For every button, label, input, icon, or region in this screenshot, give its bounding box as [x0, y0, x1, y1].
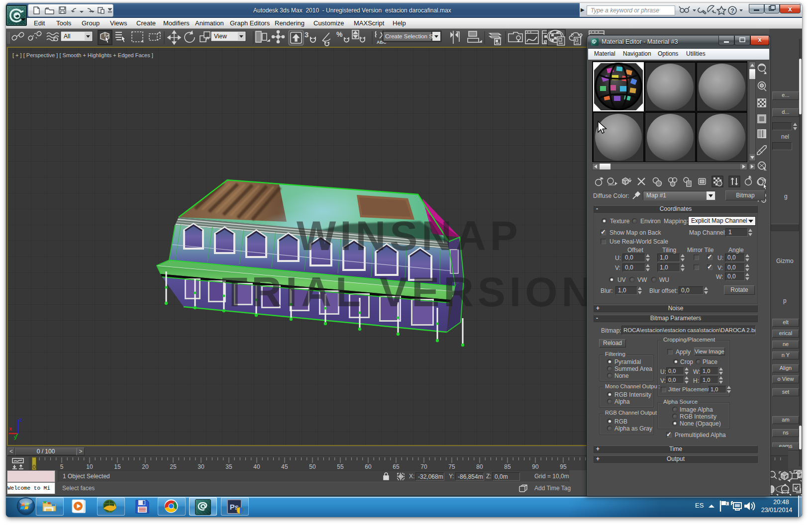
svg-text:45: 45: [281, 463, 288, 470]
svg-text:75: 75: [448, 463, 455, 470]
svg-text:80: 80: [476, 463, 483, 470]
svg-text:65: 65: [393, 463, 400, 470]
svg-text:35: 35: [225, 463, 232, 470]
svg-text:50: 50: [309, 463, 316, 470]
svg-text:85: 85: [504, 463, 511, 470]
svg-text:?: ?: [730, 7, 734, 14]
svg-text:15: 15: [114, 463, 121, 470]
svg-text:z: z: [19, 417, 22, 423]
svg-text:3: 3: [304, 30, 308, 39]
svg-text:30: 30: [198, 463, 204, 470]
svg-text:90: 90: [532, 463, 539, 470]
svg-text:Create Selection Se: Create Selection Se: [385, 33, 436, 39]
svg-text:10: 10: [86, 463, 93, 470]
svg-text:x: x: [788, 5, 792, 13]
svg-text:%: %: [336, 30, 343, 38]
svg-text:55: 55: [337, 463, 344, 470]
svg-text:View: View: [214, 33, 227, 40]
svg-text:All: All: [64, 33, 70, 40]
svg-text:x: x: [9, 426, 12, 432]
svg-text:5: 5: [60, 463, 64, 470]
svg-text:25: 25: [170, 463, 177, 470]
svg-text:0: 0: [32, 464, 35, 470]
svg-text:40: 40: [253, 463, 260, 470]
svg-text:60: 60: [365, 463, 372, 470]
svg-text:95: 95: [560, 463, 567, 470]
svg-text:70: 70: [420, 463, 427, 470]
svg-text:20: 20: [142, 463, 149, 470]
svg-text:y: y: [14, 434, 17, 440]
